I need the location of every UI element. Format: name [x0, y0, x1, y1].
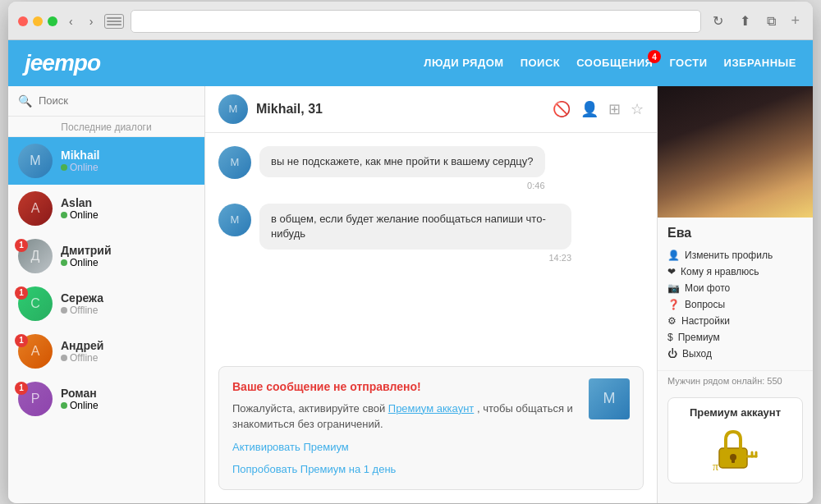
app-body: 🔍 Последние диалоги М Mikhail: [8, 86, 813, 503]
contact-list: М Mikhail Online А: [8, 137, 204, 503]
sidebar: 🔍 Последние диалоги М Mikhail: [8, 86, 205, 503]
address-bar[interactable]: [131, 10, 701, 33]
message-bubble: в общем, если будет желание пообщаться н…: [259, 204, 571, 250]
profile-menu-item[interactable]: ❤ Кому я нравлюсь: [667, 263, 803, 280]
premium-title: Ваше сообщение не отправлено!: [232, 378, 580, 396]
likes-icon: ❤: [667, 266, 676, 277]
contact-item[interactable]: А Aslan Online: [8, 185, 204, 232]
contact-item[interactable]: М Mikhail Online: [8, 137, 204, 185]
try-premium-button[interactable]: Попробовать Премиум на 1 день: [232, 461, 580, 478]
profile-name: Ева: [667, 226, 803, 241]
close-button[interactable]: [18, 16, 28, 26]
status-dot-online: [61, 164, 67, 171]
profile-menu-item[interactable]: 👤 Изменить профиль: [667, 247, 803, 263]
minimize-button[interactable]: [33, 16, 43, 26]
premium-block: Ваше сообщение не отправлено! Пожалуйста…: [218, 366, 644, 490]
chat-user-name: Mikhail, 31: [256, 102, 544, 117]
nav-guests[interactable]: ГОСТИ: [669, 57, 707, 69]
profile-icon[interactable]: 👤: [580, 100, 599, 118]
browser-chrome: ‹ › ↻ ⬆ ⧉ +: [8, 2, 813, 40]
unread-badge: 1: [15, 239, 28, 252]
contact-status: Online: [61, 162, 195, 173]
lock-icon-container: π: [677, 425, 794, 474]
profile-menu-item[interactable]: ⏻ Выход: [667, 346, 803, 362]
svg-text:π: π: [713, 460, 718, 473]
new-tab-button[interactable]: +: [787, 12, 803, 30]
refresh-button[interactable]: ↻: [708, 11, 728, 30]
status-dot-offline: [61, 307, 67, 314]
message: М вы не подскажете, как мне пройти к ваш…: [218, 146, 644, 190]
star-icon[interactable]: ☆: [631, 100, 644, 118]
app: jeempo ЛЮДИ РЯДОМ ПОИСК СООБЩЕНИЯ 4 ГОСТ…: [8, 40, 813, 503]
premium-promo-title: Премиум аккаунт: [677, 406, 794, 419]
chat-header-avatar: М: [218, 94, 248, 124]
chat-area: М Mikhail, 31 🚫 👤 ⊞ ☆ М: [205, 86, 657, 503]
chat-header: М Mikhail, 31 🚫 👤 ⊞ ☆: [205, 86, 657, 133]
status-dot-online: [61, 212, 67, 218]
messages-badge: 4: [648, 50, 661, 63]
premium-promo: Премиум аккаунт: [667, 397, 803, 483]
copy-button[interactable]: ⧉: [762, 12, 781, 30]
status-dot-online: [61, 259, 67, 266]
contact-item[interactable]: 1 Р Роман Online: [8, 375, 204, 423]
message-avatar: М: [218, 204, 251, 236]
grid-icon[interactable]: ⊞: [608, 100, 621, 118]
share-button[interactable]: ⬆: [735, 11, 755, 30]
maximize-button[interactable]: [48, 16, 57, 26]
unread-badge: 1: [15, 286, 28, 300]
contact-name: Дмитрий: [61, 244, 195, 257]
right-panel: Ева 👤 Изменить профиль ❤ Кому я нравлюсь…: [657, 86, 813, 503]
back-button[interactable]: ‹: [64, 13, 78, 30]
contact-status: Online: [61, 209, 195, 221]
forward-button[interactable]: ›: [85, 13, 99, 30]
contact-item[interactable]: 1 С Сережа Offline: [8, 280, 204, 328]
contact-status: Online: [61, 257, 195, 268]
activate-premium-button[interactable]: Активировать Премиум: [232, 439, 580, 456]
contact-name: Андрей: [61, 339, 195, 352]
settings-icon: ⚙: [667, 315, 677, 327]
message-avatar: М: [218, 146, 251, 179]
message: М в общем, если будет желание пообщаться…: [218, 204, 644, 263]
status-dot-online: [61, 402, 67, 409]
contact-status: Offline: [61, 352, 195, 364]
photos-icon: 📷: [667, 282, 680, 294]
edit-profile-icon: 👤: [667, 250, 680, 261]
unread-badge: 1: [15, 382, 28, 395]
block-icon[interactable]: 🚫: [553, 100, 571, 118]
contact-status: Offline: [61, 305, 195, 316]
search-input[interactable]: [39, 94, 195, 107]
profile-photo-image: [658, 86, 813, 218]
contact-name: Mikhail: [61, 149, 195, 162]
contact-name: Роман: [61, 387, 195, 400]
profile-menu-item[interactable]: $ Премиум: [667, 329, 803, 346]
profile-photo: [658, 86, 813, 218]
nav-nearby[interactable]: ЛЮДИ РЯДОМ: [424, 57, 503, 69]
unread-badge: 1: [15, 334, 28, 347]
contact-name: Сережа: [61, 291, 195, 305]
profile-info: Ева 👤 Изменить профиль ❤ Кому я нравлюсь…: [658, 218, 813, 370]
contact-item[interactable]: 1 А Андрей Offline: [8, 328, 204, 375]
app-header: jeempo ЛЮДИ РЯДОМ ПОИСК СООБЩЕНИЯ 4 ГОСТ…: [8, 40, 813, 86]
app-logo: jeempo: [25, 50, 100, 76]
tab-icon: [104, 14, 124, 29]
avatar: М: [18, 144, 53, 178]
logout-icon: ⏻: [667, 348, 677, 360]
premium-link[interactable]: Премиум аккаунт: [388, 402, 475, 415]
premium-avatar: М: [589, 378, 630, 419]
svg-rect-2: [732, 457, 735, 463]
contact-status: Online: [61, 400, 195, 411]
search-bar: 🔍: [8, 86, 204, 117]
profile-menu-item[interactable]: ❓ Вопросы: [667, 296, 803, 313]
avatar: А: [18, 191, 53, 226]
profile-menu-item[interactable]: ⚙ Настройки: [667, 313, 803, 329]
chat-actions: 🚫 👤 ⊞ ☆: [553, 100, 644, 118]
nav-search[interactable]: ПОИСК: [521, 57, 561, 69]
questions-icon: ❓: [667, 299, 680, 310]
contact-item[interactable]: 1 Д Дмитрий Online: [8, 232, 204, 280]
messages: М вы не подскажете, как мне пройти к ваш…: [205, 133, 657, 366]
nav-links: ЛЮДИ РЯДОМ ПОИСК СООБЩЕНИЯ 4 ГОСТИ ИЗБРА…: [424, 57, 796, 69]
profile-menu-item[interactable]: 📷 Мои фото: [667, 280, 803, 296]
online-count: Мужчин рядом онлайн: 550: [658, 370, 813, 391]
nav-messages[interactable]: СООБЩЕНИЯ 4: [576, 57, 653, 69]
nav-favorites[interactable]: ИЗБРАННЫЕ: [724, 57, 796, 69]
